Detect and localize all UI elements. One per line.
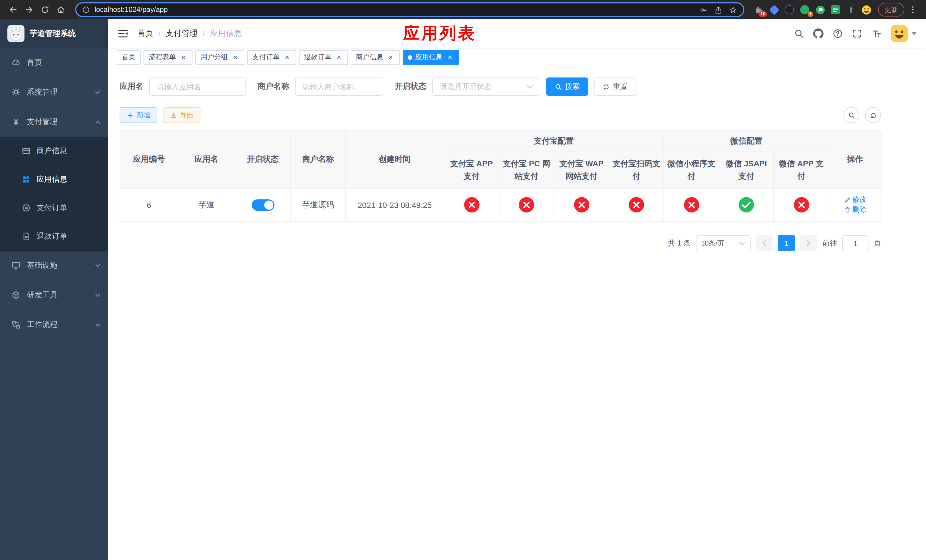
search-button[interactable]: 搜索 xyxy=(546,77,588,96)
extension-icon-6[interactable] xyxy=(830,5,841,15)
cell-status xyxy=(235,188,291,221)
active-tab-dot xyxy=(408,55,412,59)
github-icon[interactable] xyxy=(813,29,823,39)
cell-wechat-jsapi-status xyxy=(719,188,774,221)
col-header-create-time: 创建时间 xyxy=(345,130,444,188)
table-toolbar: 新增 导出 xyxy=(120,107,881,123)
breadcrumb-home[interactable]: 首页 xyxy=(137,29,153,39)
refresh-icon xyxy=(869,111,877,119)
page-number-button[interactable]: 1 xyxy=(778,235,795,251)
page-size-select[interactable]: 10条/页 xyxy=(696,235,750,251)
fullscreen-icon[interactable] xyxy=(852,29,862,39)
tags-view-item[interactable]: 应用信息× xyxy=(402,50,459,65)
tab-close-icon[interactable]: × xyxy=(283,53,291,61)
tab-label: 支付订单 xyxy=(252,52,280,62)
status-close-icon xyxy=(794,197,809,212)
app-logo[interactable]: 芋道管理系统 xyxy=(0,20,108,48)
pagination-total: 共 1 条 xyxy=(668,238,691,248)
extension-icon-3[interactable] xyxy=(784,5,794,15)
password-key-icon[interactable] xyxy=(699,5,708,14)
tab-close-icon[interactable]: × xyxy=(446,53,454,61)
tags-view-item[interactable]: 退款订单× xyxy=(299,50,348,65)
sidebar-item-payment[interactable]: ¥ 支付管理 xyxy=(0,107,108,137)
sidebar-item-merchant-info[interactable]: 商户信息 xyxy=(0,137,108,165)
group-header-wechat: 微信配置 xyxy=(664,130,829,152)
merchant-name-input[interactable] xyxy=(295,77,383,96)
sidebar-item-label: 支付管理 xyxy=(27,117,88,127)
site-info-icon[interactable] xyxy=(82,6,90,14)
breadcrumb-section[interactable]: 支付管理 xyxy=(166,29,198,39)
tab-close-icon[interactable]: × xyxy=(335,53,343,61)
reset-button[interactable]: 重置 xyxy=(594,77,636,96)
address-bar[interactable]: localhost:1024/pay/app xyxy=(75,2,744,17)
browser-home-button[interactable] xyxy=(53,2,68,17)
chevron-left-icon xyxy=(761,241,767,246)
extension-icon-7[interactable] xyxy=(846,5,856,15)
extension-badge: 1 xyxy=(807,11,813,17)
next-page-button[interactable] xyxy=(800,235,817,251)
sidebar-item-infrastructure[interactable]: 基础设施 xyxy=(0,251,108,280)
status-select[interactable]: 请选择开启状态 xyxy=(432,77,539,96)
status-toggle[interactable] xyxy=(251,199,274,210)
tab-close-icon[interactable]: × xyxy=(387,53,395,61)
refresh-table-button[interactable] xyxy=(865,107,881,123)
extension-icon-4[interactable]: 1 xyxy=(800,5,810,15)
extension-icon-1[interactable]: 10 xyxy=(754,5,764,15)
browser-back-button[interactable] xyxy=(6,2,21,17)
trash-icon xyxy=(844,206,850,213)
tab-close-icon[interactable]: × xyxy=(179,53,188,61)
extension-icon-2[interactable] xyxy=(769,5,779,15)
back-icon xyxy=(9,5,18,14)
browser-update-button[interactable]: 更新 xyxy=(878,3,904,17)
goto-page-input[interactable] xyxy=(842,235,869,251)
extension-icon-8[interactable] xyxy=(861,5,872,15)
user-avatar-menu[interactable] xyxy=(891,25,917,42)
cell-merchant: 芋道源码 xyxy=(291,188,345,221)
browser-menu-button[interactable] xyxy=(905,2,920,17)
app-name-input[interactable] xyxy=(149,77,246,96)
add-button[interactable]: 新增 xyxy=(120,107,157,123)
navbar: 首页 / 支付管理 / 应用信息 应用列表 xyxy=(108,20,926,48)
tags-view-item[interactable]: 用户分组× xyxy=(195,50,244,65)
toggle-search-button[interactable] xyxy=(843,107,859,123)
sidebar-item-app-info[interactable]: 应用信息 xyxy=(0,165,108,194)
edit-button[interactable]: 修改 xyxy=(844,195,867,204)
tab-close-icon[interactable]: × xyxy=(231,53,239,61)
tags-view-item[interactable]: 支付订单× xyxy=(247,50,296,65)
browser-forward-button[interactable] xyxy=(22,2,36,17)
cell-wechat-app-status xyxy=(774,188,829,221)
sidebar-item-system[interactable]: 系统管理 xyxy=(0,77,108,107)
sidebar-item-workflow[interactable]: 工作流程 xyxy=(0,310,108,339)
share-icon[interactable] xyxy=(714,5,723,14)
green-chat-icon xyxy=(815,5,825,15)
tags-view-item[interactable]: 商户信息× xyxy=(351,50,400,65)
help-icon[interactable] xyxy=(832,29,843,39)
tags-view-item[interactable]: 流程表单× xyxy=(144,50,192,65)
delete-button[interactable]: 删除 xyxy=(844,205,867,215)
kebab-menu-icon xyxy=(908,5,917,14)
col-header-alipay-qr: 支付宝扫码支付 xyxy=(609,152,664,188)
sidebar-item-refund-order[interactable]: 退款订单 xyxy=(0,222,108,251)
prev-page-button[interactable] xyxy=(756,235,773,251)
logo-avatar xyxy=(8,25,24,42)
sidebar-item-dev-tools[interactable]: 研发工具 xyxy=(0,280,108,310)
sidebar-item-pay-order[interactable]: 支付订单 xyxy=(0,194,108,222)
extension-icon-5[interactable] xyxy=(815,5,825,15)
font-size-icon[interactable] xyxy=(872,29,882,39)
screen: localhost:1024/pay/app 10 1 xyxy=(0,0,926,560)
tags-view-item[interactable]: 首页 xyxy=(117,50,141,65)
pagination: 共 1 条 10条/页 1 前往 xyxy=(120,235,881,251)
document-icon xyxy=(22,232,31,241)
order-icon xyxy=(22,203,31,212)
sidebar-item-home[interactable]: 首页 xyxy=(0,48,108,77)
tab-label: 商户信息 xyxy=(356,52,383,62)
browser-reload-button[interactable] xyxy=(38,2,52,17)
sidebar-item-label: 支付订单 xyxy=(36,203,67,213)
bookmark-star-icon[interactable] xyxy=(729,5,737,14)
export-button[interactable]: 导出 xyxy=(163,107,200,123)
status-close-icon xyxy=(629,197,644,212)
sidebar-fold-icon[interactable] xyxy=(117,28,129,39)
table-row: 6 芋道 芋道源码 2021-10-23 08:49:25 xyxy=(120,188,881,221)
tags-view: 首页流程表单×用户分组×支付订单×退款订单×商户信息×应用信息× xyxy=(108,48,926,67)
header-search-icon[interactable] xyxy=(794,29,804,39)
